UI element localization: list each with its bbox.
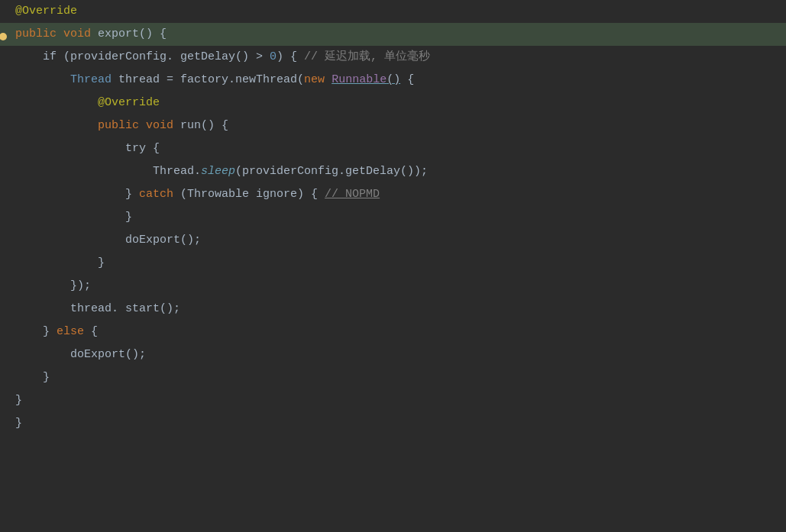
code-line: thread. start();	[0, 298, 786, 321]
line-content: }	[6, 208, 132, 227]
line-content: try {	[6, 139, 160, 159]
code-line: public void run() {	[0, 114, 786, 137]
line-content: Thread thread = factory.newThread(new Ru…	[6, 70, 414, 90]
code-line: } else {	[0, 321, 786, 343]
code-line: }	[0, 389, 786, 412]
code-line: @Override	[0, 92, 786, 114]
code-line: }	[0, 206, 786, 229]
code-line: doExport();	[0, 343, 786, 366]
code-line: }	[0, 252, 786, 275]
code-line: });	[0, 275, 786, 298]
line-content: }	[6, 391, 22, 411]
line-content: public void run() {	[6, 116, 228, 136]
code-editor: @Overridepublic void export() { if (prov…	[0, 0, 786, 532]
line-content: doExport();	[6, 231, 201, 250]
line-content: } else {	[6, 322, 98, 342]
code-line: if (providerConfig. getDelay() > 0) { //…	[0, 46, 786, 69]
line-content: @Override	[6, 93, 160, 113]
line-content: doExport();	[6, 345, 146, 365]
code-line: Thread.sleep(providerConfig.getDelay());	[0, 160, 786, 183]
line-content: }	[6, 368, 50, 388]
code-block: @Overridepublic void export() { if (prov…	[0, 0, 786, 532]
code-line: Thread thread = factory.newThread(new Ru…	[0, 69, 786, 92]
line-content: });	[6, 276, 91, 296]
line-content: }	[6, 253, 105, 273]
line-content: if (providerConfig. getDelay() > 0) { //…	[6, 47, 430, 67]
line-content: }	[6, 414, 22, 434]
line-content: Thread.sleep(providerConfig.getDelay());	[6, 162, 428, 182]
code-line: }	[0, 366, 786, 389]
code-line: public void export() {	[0, 23, 786, 46]
line-content: } catch (Throwable ignore) { // NOPMD	[6, 185, 380, 205]
code-line: doExport();	[0, 229, 786, 252]
code-line: }	[0, 412, 786, 435]
code-line: } catch (Throwable ignore) { // NOPMD	[0, 183, 786, 206]
line-content: thread. start();	[6, 299, 180, 319]
line-content: @Override	[6, 2, 77, 21]
line-content: public void export() {	[6, 24, 167, 44]
code-line: try {	[0, 137, 786, 160]
code-line: @Override	[0, 0, 786, 23]
